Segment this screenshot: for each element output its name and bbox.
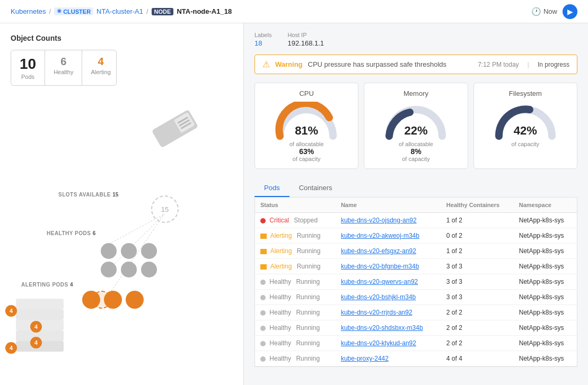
pod-name-link[interactable]: kube-dns-v20-efsgxz-an92 xyxy=(341,247,416,255)
cpu-title: CPU xyxy=(264,89,349,97)
state-label: Running xyxy=(296,309,320,316)
alerting-pods-count: 4 xyxy=(70,282,73,288)
row-name: kube-dns-v20-rrjrds-an92 xyxy=(336,305,441,320)
state-label: Running xyxy=(297,263,321,270)
row-name: kube-dns-v20-bshjkl-m34b xyxy=(336,290,441,305)
status-label: Alerting xyxy=(270,247,292,255)
labels-meta-value[interactable]: 18 xyxy=(254,39,262,47)
status-label: Healthy xyxy=(269,339,291,347)
tab-containers[interactable]: Containers xyxy=(289,180,342,197)
healthy-count-cell: 6 Healthy xyxy=(45,50,82,85)
memory-value: 22% xyxy=(404,124,427,138)
status-label: Healthy xyxy=(269,293,291,301)
critical-dot-icon xyxy=(260,218,266,223)
state-label: Running xyxy=(296,339,320,347)
alerting-triangle-icon xyxy=(260,249,267,254)
row-namespace: NetApp-k8s-sys xyxy=(514,213,577,228)
row-healthy-containers: 4 of 4 xyxy=(441,351,514,366)
status-label: Healthy xyxy=(269,278,291,285)
alerting-count-cell: 4 Alerting xyxy=(82,50,117,85)
row-status: Alerting Running xyxy=(255,228,336,244)
status-label: Healthy xyxy=(269,324,291,332)
row-healthy-containers: 3 of 3 xyxy=(441,290,514,305)
table-row: Healthy Running kube-dns-v20-shdsbxx-m34… xyxy=(255,320,577,336)
healthy-dot-icon xyxy=(260,341,266,346)
labels-meta-label: Labels xyxy=(254,32,271,38)
tab-pods[interactable]: Pods xyxy=(254,180,289,197)
cluster-badge-label: CLUSTER xyxy=(63,8,91,15)
breadcrumb-sep2: / xyxy=(146,7,148,15)
row-namespace: NetApp-k8s-sys xyxy=(514,305,577,320)
row-status: Alerting Running xyxy=(255,259,336,274)
now-button[interactable]: 🕐 Now xyxy=(531,7,557,16)
pod-name-link[interactable]: kube-dns-v20-qwervs-an92 xyxy=(341,278,418,285)
node-badge: NODE xyxy=(152,8,174,15)
row-name: kube-dns-v20-akweoj-m34b xyxy=(336,228,441,244)
play-button[interactable]: ▶ xyxy=(563,4,577,19)
healthy-pod-3 xyxy=(141,243,157,259)
table-row: Healthy Running kube-dns-v20-rrjrds-an92… xyxy=(255,305,577,320)
status-label: Alerting xyxy=(270,232,292,239)
breadcrumb-sep1: / xyxy=(49,7,51,15)
warning-label: Warning xyxy=(275,60,303,68)
filesystem-metric-card: Filesystem 42% of capacity xyxy=(473,83,577,169)
row-namespace: NetApp-k8s-sys xyxy=(514,351,577,366)
row-status: Healthy Running xyxy=(255,320,336,336)
state-label: Running xyxy=(296,278,320,285)
tabs-bar: Pods Containers xyxy=(254,180,577,198)
row-healthy-containers: 1 of 2 xyxy=(441,244,514,259)
pod-name-link[interactable]: kube-dns-v20-bshjkl-m34b xyxy=(341,293,416,301)
memory-secondary-label: of capacity xyxy=(373,156,459,162)
memory-primary-label: of allocatable xyxy=(373,141,459,147)
pod-name-link[interactable]: kube-dns-v20-ojsdng-an92 xyxy=(341,217,417,224)
breadcrumb: Kubernetes / ✳ CLUSTER NTA-cluster-A1 / … xyxy=(11,7,232,15)
breadcrumb-cluster-name[interactable]: NTA-cluster-A1 xyxy=(96,7,143,15)
cpu-metric-card: CPU 81% of allocatable 63% of capacity xyxy=(254,83,358,169)
col-status: Status xyxy=(255,198,336,213)
healthy-dot-icon xyxy=(260,310,266,316)
cpu-value: 81% xyxy=(295,124,318,138)
col-namespace: Namespace xyxy=(514,198,577,213)
pod-name-link[interactable]: kube-dns-v20-akweoj-m34b xyxy=(341,232,419,239)
pod-name-link[interactable]: kube-dns-v20-shdsbxx-m34b xyxy=(341,324,423,332)
pod-name-link[interactable]: kube-dns-v20-rrjrds-an92 xyxy=(341,309,413,316)
alerting-label: Alerting xyxy=(91,69,110,75)
pod-name-link[interactable]: kube-proxy-2442 xyxy=(341,355,389,362)
row-status: Healthy Running xyxy=(255,305,336,320)
pod-name-link[interactable]: kube-dns-v20-bfgnbe-m34b xyxy=(341,263,419,270)
row-name: kube-dns-v20-bfgnbe-m34b xyxy=(336,259,441,274)
pod-name-link[interactable]: kube-dns-v20-ktykud-an92 xyxy=(341,339,416,347)
pods-table-container: Status Name Healthy Containers Namespace… xyxy=(254,198,577,367)
state-label: Running xyxy=(296,324,320,332)
warning-icon: ⚠ xyxy=(262,59,270,69)
node-card-top xyxy=(152,110,198,148)
row-healthy-containers: 3 of 3 xyxy=(441,259,514,274)
warning-message: CPU pressure has surpassed safe threshol… xyxy=(308,60,473,68)
row-healthy-containers: 0 of 2 xyxy=(441,228,514,244)
healthy-pod-1 xyxy=(101,243,117,259)
healthy-pods-count: 6 xyxy=(93,230,96,236)
table-row: Healthy Running kube-dns-v20-ktykud-an92… xyxy=(255,336,577,351)
row-name: kube-dns-v20-efsgxz-an92 xyxy=(336,244,441,259)
alerting-pod-4 xyxy=(93,291,111,309)
node-card-b4 xyxy=(16,309,64,320)
col-name: Name xyxy=(336,198,441,213)
warning-banner: ⚠ Warning CPU pressure has surpassed saf… xyxy=(254,55,577,74)
row-namespace: NetApp-k8s-sys xyxy=(514,244,577,259)
alerting-triangle-icon xyxy=(260,234,267,239)
breadcrumb-kubernetes[interactable]: Kubernetes xyxy=(11,7,46,15)
row-status: Healthy Running xyxy=(255,274,336,290)
row-name: kube-dns-v20-ojsdng-an92 xyxy=(336,213,441,228)
status-label: Healthy xyxy=(269,309,291,316)
row-namespace: NetApp-k8s-sys xyxy=(514,290,577,305)
state-label: Running xyxy=(296,355,320,362)
row-healthy-containers: 2 of 2 xyxy=(441,320,514,336)
badge-4-3: 4 xyxy=(30,321,42,333)
node-card-detail xyxy=(174,112,195,133)
row-status: Healthy Running xyxy=(255,290,336,305)
warning-time: 7:12 PM today xyxy=(478,61,519,68)
alerting-pods-label: ALERTING PODS 4 xyxy=(21,280,73,288)
host-ip-value: 192.168.1.1 xyxy=(287,39,324,47)
table-header-row: Status Name Healthy Containers Namespace xyxy=(255,198,577,213)
healthy-pod-2 xyxy=(121,243,137,259)
